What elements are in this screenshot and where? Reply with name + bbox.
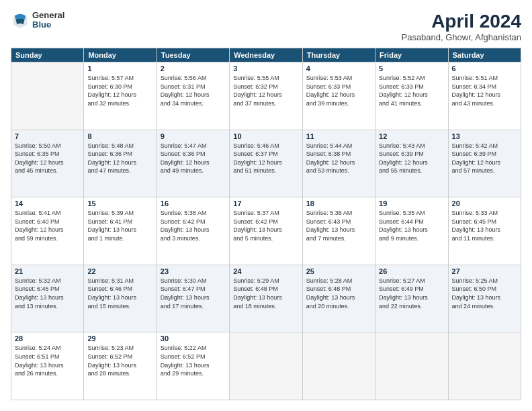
calendar-cell: 7Sunrise: 5:50 AM Sunset: 6:35 PM Daylig… xyxy=(11,130,84,197)
day-number: 3 xyxy=(233,64,298,73)
day-number: 23 xyxy=(161,267,226,275)
calendar: Sunday Monday Tuesday Wednesday Thursday… xyxy=(11,48,521,400)
day-info: Sunrise: 5:38 AM Sunset: 6:42 PM Dayligh… xyxy=(161,209,226,242)
calendar-cell: 8Sunrise: 5:48 AM Sunset: 6:36 PM Daylig… xyxy=(84,130,157,197)
calendar-cell: 23Sunrise: 5:30 AM Sunset: 6:47 PM Dayli… xyxy=(157,265,229,332)
day-info: Sunrise: 5:31 AM Sunset: 6:46 PM Dayligh… xyxy=(87,277,152,310)
day-number: 8 xyxy=(87,132,152,140)
day-number: 19 xyxy=(379,199,444,208)
calendar-cell: 29Sunrise: 5:23 AM Sunset: 6:52 PM Dayli… xyxy=(84,332,157,400)
calendar-cell: 30Sunrise: 5:22 AM Sunset: 6:52 PM Dayli… xyxy=(157,332,229,400)
day-info: Sunrise: 5:56 AM Sunset: 6:31 PM Dayligh… xyxy=(161,74,226,107)
calendar-cell: 27Sunrise: 5:25 AM Sunset: 6:50 PM Dayli… xyxy=(448,265,521,332)
day-info: Sunrise: 5:28 AM Sunset: 6:48 PM Dayligh… xyxy=(306,277,371,310)
header-sunday: Sunday xyxy=(11,48,84,62)
calendar-cell: 22Sunrise: 5:31 AM Sunset: 6:46 PM Dayli… xyxy=(84,265,157,332)
day-info: Sunrise: 5:24 AM Sunset: 6:51 PM Dayligh… xyxy=(15,344,80,377)
calendar-cell: 4Sunrise: 5:53 AM Sunset: 6:33 PM Daylig… xyxy=(302,62,375,130)
day-info: Sunrise: 5:43 AM Sunset: 6:39 PM Dayligh… xyxy=(379,142,444,175)
day-number: 4 xyxy=(306,64,371,73)
header-friday: Friday xyxy=(375,48,448,62)
week-row-5: 28Sunrise: 5:24 AM Sunset: 6:51 PM Dayli… xyxy=(11,332,521,400)
calendar-cell: 14Sunrise: 5:41 AM Sunset: 6:40 PM Dayli… xyxy=(11,197,84,265)
day-number: 25 xyxy=(306,267,371,275)
week-row-4: 21Sunrise: 5:32 AM Sunset: 6:45 PM Dayli… xyxy=(11,265,521,332)
header-thursday: Thursday xyxy=(302,48,375,62)
calendar-cell: 18Sunrise: 5:36 AM Sunset: 6:43 PM Dayli… xyxy=(302,197,375,265)
day-number: 16 xyxy=(161,199,226,208)
location: Pasaband, Ghowr, Afghanistan xyxy=(401,32,521,42)
day-info: Sunrise: 5:47 AM Sunset: 6:36 PM Dayligh… xyxy=(161,142,226,175)
calendar-cell: 10Sunrise: 5:46 AM Sunset: 6:37 PM Dayli… xyxy=(230,130,302,197)
calendar-cell xyxy=(375,332,448,400)
week-row-3: 14Sunrise: 5:41 AM Sunset: 6:40 PM Dayli… xyxy=(11,197,521,265)
calendar-cell: 17Sunrise: 5:37 AM Sunset: 6:42 PM Dayli… xyxy=(230,197,302,265)
header-wednesday: Wednesday xyxy=(230,48,302,62)
day-info: Sunrise: 5:41 AM Sunset: 6:40 PM Dayligh… xyxy=(15,209,80,242)
day-info: Sunrise: 5:25 AM Sunset: 6:50 PM Dayligh… xyxy=(452,277,517,310)
day-number: 10 xyxy=(233,132,298,140)
logo-blue: Blue xyxy=(32,20,64,30)
calendar-cell: 3Sunrise: 5:55 AM Sunset: 6:32 PM Daylig… xyxy=(230,62,302,130)
weekday-header-row: Sunday Monday Tuesday Wednesday Thursday… xyxy=(11,48,521,62)
day-info: Sunrise: 5:37 AM Sunset: 6:42 PM Dayligh… xyxy=(233,209,298,242)
day-number: 30 xyxy=(161,334,226,342)
week-row-2: 7Sunrise: 5:50 AM Sunset: 6:35 PM Daylig… xyxy=(11,130,521,197)
day-number: 14 xyxy=(15,199,80,208)
day-number: 20 xyxy=(452,199,517,208)
day-info: Sunrise: 5:22 AM Sunset: 6:52 PM Dayligh… xyxy=(161,344,226,377)
header-monday: Monday xyxy=(84,48,157,62)
calendar-cell: 26Sunrise: 5:27 AM Sunset: 6:49 PM Dayli… xyxy=(375,265,448,332)
day-info: Sunrise: 5:57 AM Sunset: 6:30 PM Dayligh… xyxy=(87,74,152,107)
calendar-cell: 20Sunrise: 5:33 AM Sunset: 6:45 PM Dayli… xyxy=(448,197,521,265)
calendar-cell: 21Sunrise: 5:32 AM Sunset: 6:45 PM Dayli… xyxy=(11,265,84,332)
calendar-cell xyxy=(448,332,521,400)
day-info: Sunrise: 5:51 AM Sunset: 6:34 PM Dayligh… xyxy=(452,74,517,107)
day-info: Sunrise: 5:27 AM Sunset: 6:49 PM Dayligh… xyxy=(379,277,444,310)
month-title: April 2024 xyxy=(401,11,521,32)
day-number: 11 xyxy=(306,132,371,140)
calendar-cell xyxy=(230,332,302,400)
calendar-cell: 11Sunrise: 5:44 AM Sunset: 6:38 PM Dayli… xyxy=(302,130,375,197)
calendar-cell: 16Sunrise: 5:38 AM Sunset: 6:42 PM Dayli… xyxy=(157,197,229,265)
day-info: Sunrise: 5:46 AM Sunset: 6:37 PM Dayligh… xyxy=(233,142,298,175)
day-number: 24 xyxy=(233,267,298,275)
day-number: 5 xyxy=(379,64,444,73)
calendar-cell: 15Sunrise: 5:39 AM Sunset: 6:41 PM Dayli… xyxy=(84,197,157,265)
day-number: 17 xyxy=(233,199,298,208)
calendar-cell: 1Sunrise: 5:57 AM Sunset: 6:30 PM Daylig… xyxy=(84,62,157,130)
day-number: 6 xyxy=(452,64,517,73)
day-number: 7 xyxy=(15,132,80,140)
day-number: 28 xyxy=(15,334,80,342)
day-number: 15 xyxy=(87,199,152,208)
day-info: Sunrise: 5:42 AM Sunset: 6:39 PM Dayligh… xyxy=(452,142,517,175)
header-saturday: Saturday xyxy=(448,48,521,62)
day-info: Sunrise: 5:33 AM Sunset: 6:45 PM Dayligh… xyxy=(452,209,517,242)
day-number: 22 xyxy=(87,267,152,275)
calendar-cell: 25Sunrise: 5:28 AM Sunset: 6:48 PM Dayli… xyxy=(302,265,375,332)
calendar-cell: 24Sunrise: 5:29 AM Sunset: 6:48 PM Dayli… xyxy=(230,265,302,332)
day-number: 2 xyxy=(161,64,226,73)
calendar-cell: 5Sunrise: 5:52 AM Sunset: 6:33 PM Daylig… xyxy=(375,62,448,130)
calendar-cell: 13Sunrise: 5:42 AM Sunset: 6:39 PM Dayli… xyxy=(448,130,521,197)
logo-text: General Blue xyxy=(32,11,64,30)
logo: General Blue xyxy=(11,11,64,30)
day-number: 27 xyxy=(452,267,517,275)
calendar-cell: 19Sunrise: 5:35 AM Sunset: 6:44 PM Dayli… xyxy=(375,197,448,265)
day-number: 21 xyxy=(15,267,80,275)
title-block: April 2024 Pasaband, Ghowr, Afghanistan xyxy=(401,11,521,42)
calendar-cell: 28Sunrise: 5:24 AM Sunset: 6:51 PM Dayli… xyxy=(11,332,84,400)
calendar-cell: 9Sunrise: 5:47 AM Sunset: 6:36 PM Daylig… xyxy=(157,130,229,197)
day-number: 12 xyxy=(379,132,444,140)
week-row-1: 1Sunrise: 5:57 AM Sunset: 6:30 PM Daylig… xyxy=(11,62,521,130)
day-info: Sunrise: 5:48 AM Sunset: 6:36 PM Dayligh… xyxy=(87,142,152,175)
calendar-cell: 6Sunrise: 5:51 AM Sunset: 6:34 PM Daylig… xyxy=(448,62,521,130)
day-info: Sunrise: 5:53 AM Sunset: 6:33 PM Dayligh… xyxy=(306,74,371,107)
calendar-cell: 12Sunrise: 5:43 AM Sunset: 6:39 PM Dayli… xyxy=(375,130,448,197)
day-info: Sunrise: 5:35 AM Sunset: 6:44 PM Dayligh… xyxy=(379,209,444,242)
day-number: 9 xyxy=(161,132,226,140)
calendar-cell: 2Sunrise: 5:56 AM Sunset: 6:31 PM Daylig… xyxy=(157,62,229,130)
calendar-cell xyxy=(302,332,375,400)
day-info: Sunrise: 5:23 AM Sunset: 6:52 PM Dayligh… xyxy=(87,344,152,377)
day-number: 26 xyxy=(379,267,444,275)
